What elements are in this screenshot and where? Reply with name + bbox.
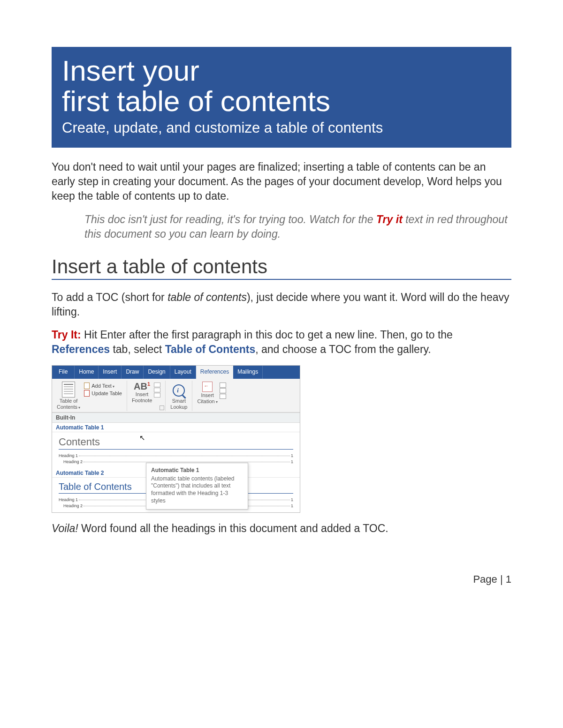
gallery-auto1-header: Automatic Table 1 bbox=[52, 423, 300, 432]
show-notes-icon[interactable] bbox=[154, 393, 160, 398]
tab-home[interactable]: Home bbox=[75, 366, 99, 379]
paragraph-1: To add a TOC (short for table of content… bbox=[52, 290, 511, 319]
group-citations: Insert Citation bbox=[195, 381, 231, 411]
references-ref: References bbox=[52, 343, 110, 355]
preview1-h1-label: Heading 1 bbox=[59, 453, 78, 458]
tab-draw[interactable]: Draw bbox=[122, 366, 144, 379]
update-table-button[interactable]: Update Table bbox=[84, 390, 122, 397]
smart-label-2: Lookup bbox=[170, 405, 187, 410]
insert-endnote-icon[interactable] bbox=[154, 383, 160, 387]
ribbon-tabs: File Home Insert Draw Design Layout Refe… bbox=[52, 366, 300, 379]
word-screenshot: File Home Insert Draw Design Layout Refe… bbox=[52, 365, 300, 513]
voila-post: Word found all the headings in this docu… bbox=[78, 522, 388, 534]
hero-title-line1: Insert your bbox=[62, 55, 501, 86]
preview1-row-h1: Heading 1 1 bbox=[59, 453, 293, 458]
smart-lookup-button[interactable]: i Smart Lookup bbox=[170, 384, 187, 410]
p1-term: table of contents bbox=[167, 291, 247, 303]
footnote-label-1: Insert bbox=[136, 392, 149, 398]
gallery-auto2-preview[interactable]: Automatic Table 1 Automatic table conten… bbox=[52, 478, 300, 512]
update-table-label: Update Table bbox=[91, 390, 122, 396]
tab-design[interactable]: Design bbox=[144, 366, 170, 379]
bibliography-icon[interactable] bbox=[220, 394, 226, 399]
update-table-icon bbox=[84, 390, 90, 397]
cursor-icon: ↖ bbox=[139, 434, 145, 442]
toc-icon bbox=[62, 382, 75, 398]
hero-subtitle: Create, update, and customize a table of… bbox=[62, 119, 501, 136]
preview1-h2-page: 1 bbox=[291, 459, 293, 464]
p2-t1: Hit Enter after the first paragraph in t… bbox=[81, 329, 453, 341]
next-footnote-icon[interactable] bbox=[154, 388, 160, 392]
preview2-h1-page: 1 bbox=[291, 497, 293, 502]
group-research: i Smart Lookup bbox=[168, 381, 192, 411]
p2-t2: tab, select bbox=[110, 343, 165, 355]
group-toc: Table of Contents Add Text Update Table bbox=[55, 381, 127, 411]
ribbon-body: Table of Contents Add Text Update Table bbox=[52, 379, 300, 413]
tryit-label: Try it bbox=[376, 213, 403, 225]
preview2-h2-label: Heading 2 bbox=[59, 503, 83, 508]
tryit-lead: Try It: bbox=[52, 329, 81, 341]
paragraph-tryit: Try It: Hit Enter after the first paragr… bbox=[52, 328, 511, 357]
footnote-icon: AB1 bbox=[134, 382, 150, 391]
citation-icon bbox=[202, 382, 213, 392]
tooltip-body: Automatic table contents (labeled "Conte… bbox=[151, 475, 243, 504]
callout-pre: This doc isn't just for reading, it's fo… bbox=[84, 213, 376, 225]
tab-insert[interactable]: Insert bbox=[99, 366, 122, 379]
smart-label-1: Smart bbox=[172, 398, 186, 404]
tab-file[interactable]: File bbox=[52, 366, 75, 379]
citation-label-1: Insert bbox=[201, 393, 214, 398]
voila-paragraph: Voila! Word found all the headings in th… bbox=[52, 521, 511, 536]
section-heading: Insert a table of contents bbox=[52, 255, 511, 280]
toc-button[interactable]: Table of Contents bbox=[57, 382, 80, 410]
gallery-builtin-header: Built-In bbox=[52, 413, 300, 423]
voila: Voila! bbox=[52, 522, 78, 534]
intro-paragraph: You don't need to wait until your pages … bbox=[52, 160, 511, 203]
add-text-label: Add Text bbox=[91, 383, 114, 389]
citation-label-2: Citation bbox=[197, 399, 218, 405]
hero-title-line2: first table of contents bbox=[62, 86, 501, 116]
p2-t3: , and choose a TOC from the gallery. bbox=[255, 343, 431, 355]
preview1-h2-label: Heading 2 bbox=[59, 459, 83, 464]
smart-lookup-icon: i bbox=[173, 384, 185, 397]
page-footer: Page | 1 bbox=[52, 573, 511, 585]
preview1-title: Contents bbox=[59, 436, 293, 450]
add-text-icon bbox=[84, 383, 90, 389]
preview2-h2-page: 1 bbox=[291, 503, 293, 508]
toc-ref: Table of Contents bbox=[165, 343, 256, 355]
insert-footnote-button[interactable]: AB1 Insert Footnote bbox=[132, 382, 152, 404]
hero-banner: Insert your first table of contents Crea… bbox=[52, 47, 511, 148]
preview2-h1-label: Heading 1 bbox=[59, 497, 78, 502]
add-text-button[interactable]: Add Text bbox=[84, 383, 122, 389]
tooltip: Automatic Table 1 Automatic table conten… bbox=[146, 463, 248, 510]
citation-extras bbox=[220, 382, 226, 399]
style-icon[interactable] bbox=[220, 388, 226, 393]
tooltip-title: Automatic Table 1 bbox=[151, 467, 243, 473]
footnote-label-2: Footnote bbox=[132, 398, 152, 404]
tab-references[interactable]: References bbox=[196, 366, 233, 379]
toc-label-line2: Contents bbox=[57, 405, 80, 410]
tab-mailings[interactable]: Mailings bbox=[233, 366, 263, 379]
group-footnotes: AB1 Insert Footnote bbox=[130, 381, 166, 411]
toc-label-line1: Table of bbox=[60, 398, 78, 404]
manage-sources-icon[interactable] bbox=[220, 383, 226, 388]
tab-layout[interactable]: Layout bbox=[170, 366, 196, 379]
insert-citation-button[interactable]: Insert Citation bbox=[197, 382, 218, 405]
p1-pre: To add a TOC (short for bbox=[52, 291, 167, 303]
footnote-extras bbox=[154, 382, 160, 398]
preview1-h1-page: 1 bbox=[291, 453, 293, 458]
footnotes-launcher-icon[interactable] bbox=[160, 405, 164, 410]
callout-tryit: This doc isn't just for reading, it's fo… bbox=[84, 212, 511, 241]
